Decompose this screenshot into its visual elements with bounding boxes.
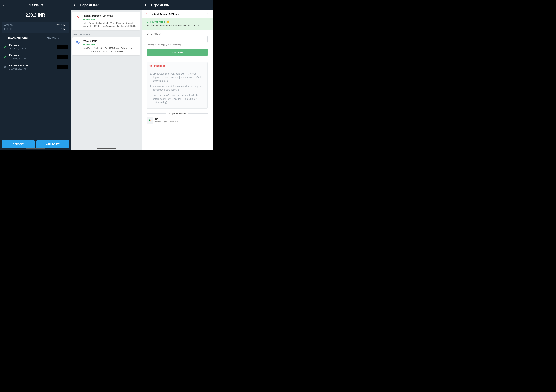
mode-upi: UPI Unified Payment Interface (142, 117, 213, 127)
supported-label: Supported Modes (168, 112, 186, 115)
svg-point-6 (150, 66, 151, 67)
instant-deposit-card[interactable]: Instant Deposit (UPI only) AVAILABLE UPI… (72, 12, 140, 30)
amount-input[interactable] (147, 36, 208, 43)
lightning-icon (145, 12, 148, 15)
continue-button[interactable]: CONTINUE (147, 49, 208, 56)
deposit-arrow-icon (3, 46, 7, 48)
wallet-title: INR Wallet (27, 3, 43, 7)
upi-icon (147, 117, 153, 123)
important-item: Once the transfer has been initiated, ad… (153, 94, 204, 104)
status-available: AVAILABLE (84, 44, 95, 46)
tx-title: Deposit (9, 44, 57, 47)
mode-title: UPI (155, 118, 178, 120)
transaction-row[interactable]: Deposit 16 Jun'21, 11:57 AM (0, 42, 71, 52)
deposit-arrow-icon (3, 56, 7, 58)
amount-hint: Gateway fee may apply in the next step. (147, 44, 208, 46)
wallet-panel: INR Wallet 229.2 INR AVAILABLE 229.2 INR… (0, 0, 71, 150)
back-arrow-icon[interactable] (73, 3, 77, 7)
lightning-icon (75, 14, 81, 28)
wallet-action-bar: DEPOSIT WITHDRAW (0, 138, 71, 150)
tx-amount-redacted (57, 45, 68, 49)
wallet-balance: 229.2 INR (0, 10, 71, 22)
p2p-desc: 0% Fees | No Limits | Buy USDT from Sell… (84, 46, 138, 53)
status-available: AVAILABLE (84, 18, 95, 20)
back-arrow-icon[interactable] (3, 3, 6, 7)
transaction-list: Deposit 16 Jun'21, 11:57 AM Deposit 8 Ju… (0, 42, 71, 138)
svg-rect-5 (150, 65, 151, 66)
sheet-title: Instant Deposit (UPI only) (151, 13, 204, 15)
failed-x-icon (3, 66, 7, 68)
wallet-header: INR Wallet (0, 0, 71, 10)
inorder-value: 0 INR (61, 28, 67, 30)
tx-date: 16 Jun'21, 11:57 AM (9, 47, 57, 50)
deposit-title: Deposit INR (151, 3, 170, 7)
back-arrow-icon[interactable] (144, 3, 148, 7)
close-icon[interactable] (206, 13, 209, 15)
alert-icon (149, 65, 152, 67)
p2p-section-label: P2P TRANSFER (72, 32, 140, 37)
verified-banner: UPI ID verified 👏 You can now make depos… (142, 18, 213, 30)
wallet-tabs: TRANSACTIONS MARKETS (0, 34, 71, 42)
instant-title: Instant Deposit (UPI only) (84, 14, 138, 17)
deposit-header: Deposit INR (142, 0, 213, 10)
p2p-card[interactable]: ₹₹ WazirX P2P AVAILABLE 0% Fees | No Lim… (72, 37, 140, 56)
important-title: Important (154, 64, 165, 67)
verified-title: UPI ID verified 👏 (147, 20, 208, 23)
deposit-form-panel: Deposit INR Instant Deposit (UPI only) U… (142, 0, 213, 150)
tx-amount-redacted (57, 55, 68, 59)
tx-title: Deposit Failed (9, 64, 57, 67)
home-indicator (97, 148, 116, 149)
deposit-title: Deposit INR (80, 3, 99, 7)
tab-transactions[interactable]: TRANSACTIONS (0, 34, 36, 42)
important-item: UPI | Automatic | Available 24x7 | Minim… (153, 72, 204, 83)
important-box: Important UPI | Automatic | Available 24… (147, 62, 208, 109)
important-list: UPI | Automatic | Available 24x7 | Minim… (147, 70, 208, 108)
tab-markets[interactable]: MARKETS (36, 34, 71, 42)
verified-desc: You can now make deposits, withdrawals, … (147, 24, 208, 27)
home-indicator (26, 148, 45, 149)
tx-title: Deposit (9, 54, 57, 57)
inorder-label: IN ORDER (4, 28, 15, 30)
deposit-methods-panel: Deposit INR Instant Deposit (UPI only) A… (71, 0, 142, 150)
amount-label: ENTER AMOUNT (147, 33, 208, 35)
svg-text:₹: ₹ (77, 41, 78, 43)
available-value: 229.2 INR (56, 24, 67, 26)
available-label: AVAILABLE (4, 24, 15, 26)
mode-subtitle: Unified Payment Interface (155, 120, 178, 123)
sheet-header: Instant Deposit (UPI only) (142, 10, 213, 18)
supported-divider: Supported Modes (147, 112, 208, 115)
transaction-row[interactable]: Deposit Failed 8 Jun'21, 9:50 AM (0, 62, 71, 72)
instant-desc: UPI | Automatic | Available 24x7 | Minim… (84, 21, 138, 28)
balance-card: AVAILABLE 229.2 INR IN ORDER 0 INR (2, 22, 69, 33)
deposit-header: Deposit INR (71, 0, 142, 10)
tx-date: 8 Jun'21, 9:50 AM (9, 58, 57, 60)
important-item: You cannot deposit from or withdraw mone… (153, 85, 204, 92)
svg-text:₹: ₹ (78, 42, 79, 43)
withdraw-button[interactable]: WITHDRAW (36, 140, 69, 148)
tx-amount-redacted (57, 65, 68, 69)
p2p-icon: ₹₹ (75, 39, 81, 53)
deposit-button[interactable]: DEPOSIT (2, 140, 35, 148)
p2p-title: WazirX P2P (84, 39, 138, 42)
transaction-row[interactable]: Deposit 8 Jun'21, 9:50 AM (0, 52, 71, 62)
tx-date: 8 Jun'21, 9:50 AM (9, 68, 57, 70)
